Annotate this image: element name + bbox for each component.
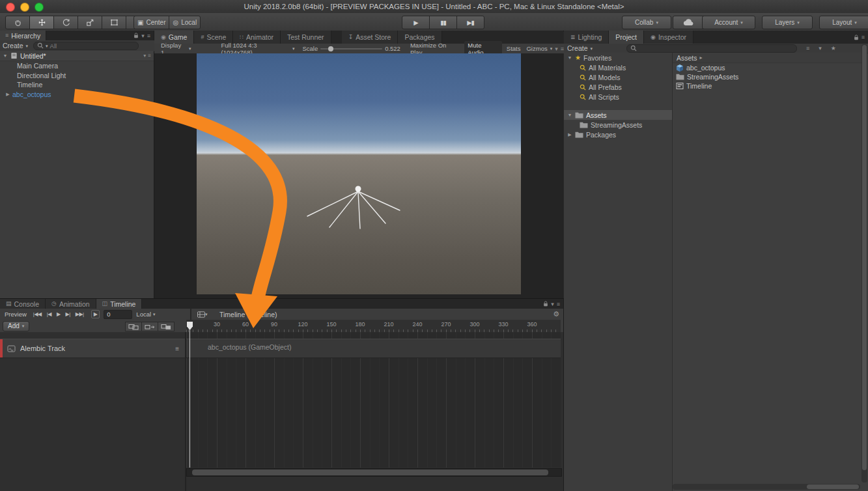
asset-item-streamingassets[interactable]: StreamingAssets [673,72,861,81]
timeline-settings-button[interactable]: ⚙ [553,310,559,318]
hierarchy-item-timeline[interactable]: Timeline [0,80,154,90]
favorites-foldout[interactable]: ▼ ★ Favorites [564,53,672,63]
step-button[interactable]: ▶▮ [456,16,484,29]
timeline-canvas[interactable]: abc_octopus (GameObject) [186,332,561,468]
stats-button[interactable]: Stats [503,44,524,53]
panel-caret-icon[interactable]: ▾ [551,301,554,307]
assets-folder-row[interactable]: ▼ Assets [564,110,672,120]
project-search-input[interactable] [626,44,797,53]
project-horizontal-scrollbar[interactable] [673,484,860,490]
play-button[interactable]: ▶ [402,16,430,29]
scene-menu[interactable]: ▾ ≡ [143,53,151,59]
hierarchy-scene-row[interactable]: ▼ Untitled* ▾ ≡ [0,51,154,61]
mix-mode-button[interactable] [125,322,142,331]
preview-toggle-button[interactable]: Preview [3,310,29,318]
project-create-button[interactable]: Create ▾ [567,44,593,52]
foldout-closed-icon[interactable]: ▶ [5,92,10,96]
search-by-type-icon[interactable]: ≡ [806,45,809,51]
frame-field[interactable]: 0 [104,310,132,319]
favorites-star-icon[interactable]: ★ [831,45,836,51]
panel-caret-icon[interactable]: ▾ [141,33,145,39]
tab-project[interactable]: Project [609,31,644,44]
ripple-mode-button[interactable] [141,322,158,331]
next-frame-button[interactable]: ▶| [64,310,72,318]
hand-tool-button[interactable] [5,16,30,29]
breadcrumb[interactable]: Assets ▸ [673,53,861,63]
pause-button[interactable]: ▮▮ [429,16,457,29]
favorite-all-prefabs[interactable]: All Prefabs [564,82,672,92]
track-band[interactable]: abc_octopus (GameObject) [186,339,561,358]
asset-item-abc-octopus[interactable]: abc_octopus [673,63,861,72]
tab-animation[interactable]: ◷Animation [46,299,96,309]
scrollbar-thumb[interactable] [807,484,859,489]
replace-mode-button[interactable] [158,322,175,331]
ref-space-dropdown[interactable]: Local ▾ [136,311,155,318]
favorite-all-scripts[interactable]: All Scripts [564,92,672,102]
zoom-window-button[interactable] [35,3,44,12]
track-menu-icon[interactable]: ≡ [175,345,179,352]
hierarchy-item-main-camera[interactable]: Main Camera [0,61,154,71]
previous-frame-button[interactable]: |◀ [45,310,53,318]
streamingassets-folder-row[interactable]: StreamingAssets [564,120,672,130]
cloud-button[interactable] [673,16,705,29]
hierarchy-item-abc-octopus[interactable]: ▶ abc_octopus [0,90,154,100]
scale-tool-button[interactable] [77,16,102,29]
favorite-all-materials[interactable]: All Materials [564,63,672,72]
scale-slider[interactable] [320,46,382,52]
lock-icon[interactable] [543,301,548,307]
rotate-tool-button[interactable] [53,16,78,29]
panel-menu-icon[interactable]: ≡ [861,34,865,40]
tab-console[interactable]: ▤Console [0,299,46,309]
panel-menu-icon[interactable]: ≡ [557,301,560,307]
timeline-horizontal-scrollbar[interactable] [186,468,562,477]
packages-folder-row[interactable]: ▶ Packages [564,130,672,139]
scale-slider-knob[interactable] [328,46,333,51]
mix-mode-icon [128,324,139,330]
lock-icon[interactable] [133,33,139,38]
rect-tool-button[interactable] [102,16,126,29]
pivot-toggle-button[interactable]: ▣ Center [133,16,169,29]
hierarchy-item-directional-light[interactable]: Directional Light [0,71,154,81]
timeline-breadcrumb-icon-button[interactable]: ▾ [195,310,209,318]
favorite-all-models[interactable]: All Models [564,72,672,82]
track-list: Alembic Track ≡ [0,332,186,491]
gizmos-dropdown[interactable]: Gizmos▾ [524,45,555,52]
foldout-open-icon[interactable]: ▼ [3,53,8,58]
lock-icon[interactable] [854,35,859,40]
move-tool-button[interactable] [29,16,54,29]
project-vertical-scrollbar[interactable] [861,44,867,483]
game-icon: ◉ [161,35,166,40]
collab-dropdown[interactable]: Collab▾ [622,16,671,29]
tab-inspector[interactable]: ◉Inspector [644,31,693,44]
tab-hierarchy[interactable]: ≡ Hierarchy [0,31,46,40]
search-by-label-icon[interactable]: ▾ [819,45,822,51]
scrollbar-thumb[interactable] [862,45,867,470]
minimize-window-button[interactable] [20,3,29,12]
playhead[interactable] [189,330,190,468]
foldout-closed-icon[interactable]: ▶ [567,132,572,137]
hierarchy-create-button[interactable]: Create ▾ [3,42,28,49]
close-window-button[interactable] [6,3,15,12]
tab-asset-store[interactable]: ↧Asset Store [342,31,399,44]
add-track-button[interactable]: Add ▾ [3,321,29,331]
timeline-ruler[interactable]: 30 60 90 120 150 180 210 240 270 300 330… [186,320,561,333]
asset-item-timeline[interactable]: Timeline [673,81,861,91]
alembic-track-row[interactable]: Alembic Track ≡ [0,339,185,358]
layout-dropdown[interactable]: Layout▾ [819,16,868,29]
goto-end-button[interactable]: ▶▶| [74,310,86,318]
hierarchy-search-input[interactable]: ▾ All [33,42,139,50]
foldout-open-icon[interactable]: ▼ [567,55,572,60]
layers-dropdown[interactable]: Layers▾ [762,16,813,29]
animation-icon: ◷ [51,301,57,307]
foldout-open-icon[interactable]: ▼ [567,113,572,117]
account-dropdown[interactable]: Account▾ [702,16,755,29]
tab-lighting[interactable]: ≣Lighting [564,31,609,44]
goto-start-button[interactable]: |◀◀ [31,310,44,318]
space-toggle-button[interactable]: ◎ Local [169,16,201,29]
project-strip-icons: ≡ [854,31,868,44]
panel-menu-icon[interactable]: ≡ [147,33,150,39]
tab-timeline[interactable]: ◫Timeline [96,299,143,309]
play-range-toggle[interactable]: ▶ [91,310,100,318]
scrollbar-thumb[interactable] [192,470,548,475]
play-timeline-button[interactable]: ▶ [55,310,63,318]
